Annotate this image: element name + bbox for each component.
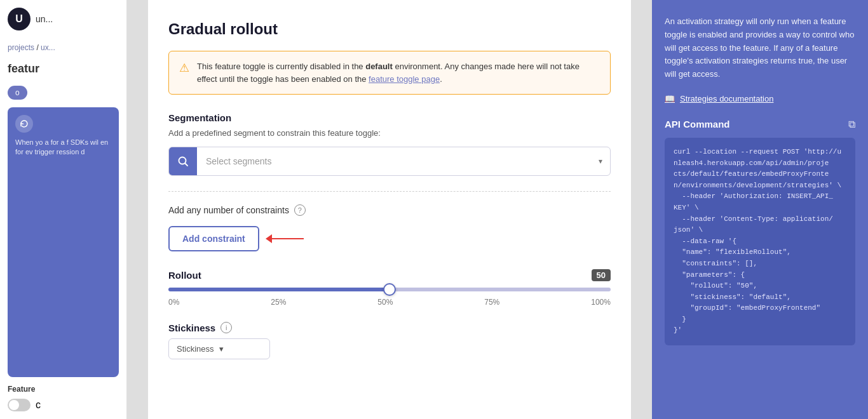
logo-icon: U	[8, 8, 31, 30]
rollout-label: Rollout	[168, 270, 201, 281]
add-constraint-button[interactable]: Add constraint	[168, 226, 259, 251]
book-icon: 📖	[665, 94, 675, 103]
strategies-doc-label: Strategies documentation	[680, 94, 773, 103]
stickiness-select-label: Stickiness	[177, 344, 214, 354]
sidebar-card: When yo a for a f SDKs wil en for ev tri…	[8, 107, 119, 377]
slider-label-25: 25%	[271, 298, 286, 307]
search-icon-bg	[169, 147, 197, 175]
stickiness-chevron-icon: ▾	[219, 344, 224, 354]
divider	[168, 191, 611, 192]
chevron-down-icon: ▾	[591, 157, 610, 166]
warning-text: This feature toggle is currently disable…	[197, 60, 600, 85]
feature-toggle-page-link[interactable]: feature toggle page	[369, 74, 440, 84]
modal-overlay: Gradual rollout ⚠ This feature toggle is…	[127, 0, 652, 419]
rollout-badge: 50	[592, 269, 611, 281]
sidebar: U un... projects / ux... featur o When y…	[0, 0, 127, 419]
breadcrumb: projects / ux...	[8, 43, 119, 52]
modal-panel: Gradual rollout ⚠ This feature toggle is…	[148, 0, 631, 419]
feature-toggle-row: c	[8, 399, 119, 411]
breadcrumb-ux[interactable]: ux...	[41, 43, 55, 52]
slider-label-50: 50%	[377, 298, 393, 307]
stickiness-label: Stickiness	[168, 323, 215, 333]
sidebar-tabs: o	[8, 86, 119, 100]
slider-labels: 0% 25% 50% 75% 100%	[168, 298, 611, 307]
breadcrumb-projects[interactable]: projects	[8, 43, 34, 52]
modal-title: Gradual rollout	[168, 20, 611, 38]
stickiness-section: Stickiness i Stickiness ▾	[168, 322, 611, 359]
arrow-indicator	[266, 234, 304, 243]
help-icon[interactable]: ?	[294, 204, 306, 216]
strategies-doc-link[interactable]: 📖 Strategies documentation	[665, 94, 855, 103]
segment-select[interactable]: Select segments	[197, 150, 591, 173]
arrow-line	[272, 238, 304, 239]
warning-icon: ⚠	[179, 61, 189, 75]
app-name: un...	[36, 14, 53, 24]
slider-label-0: 0%	[168, 298, 179, 307]
slider-label-100: 100%	[591, 298, 611, 307]
api-command-title: API Command	[665, 119, 730, 130]
stickiness-select-wrapper[interactable]: Stickiness ▾	[168, 338, 270, 359]
stickiness-header: Stickiness i	[168, 322, 611, 333]
copy-icon[interactable]: ⧉	[848, 119, 855, 130]
toggle-label: c	[36, 399, 41, 411]
refresh-icon	[15, 115, 33, 133]
rollout-slider-container	[168, 288, 611, 291]
constraints-label: Add any number of constraints	[168, 205, 289, 215]
segmentation-desc: Add a predefined segment to constrain th…	[168, 128, 611, 138]
api-code-block: curl --location --request POST 'http://u…	[665, 138, 855, 345]
feature-toggle[interactable]	[8, 399, 31, 411]
warning-banner: ⚠ This feature toggle is currently disab…	[168, 51, 611, 95]
feature-title: featur	[8, 62, 119, 76]
stickiness-help-icon[interactable]: i	[220, 322, 232, 333]
add-constraint-wrapper: Add constraint	[168, 226, 259, 251]
arrow-head	[266, 234, 272, 243]
sidebar-card-text: When yo a for a f SDKs wil en for ev tri…	[15, 138, 111, 157]
api-command-header: API Command ⧉	[665, 119, 855, 130]
segment-select-wrapper[interactable]: Select segments ▾	[168, 147, 611, 176]
rollout-section: Rollout 50 0% 25% 50% 75% 100%	[168, 269, 611, 307]
rollout-header: Rollout 50	[168, 269, 611, 281]
constraints-header: Add any number of constraints ?	[168, 204, 611, 216]
segmentation-title: Segmentation	[168, 112, 611, 123]
right-panel-description: An activation strategy will only run whe…	[665, 15, 855, 81]
slider-label-75: 75%	[484, 298, 499, 307]
sidebar-tab-overview[interactable]: o	[8, 86, 27, 100]
svg-point-0	[179, 157, 186, 164]
logo-area: U un...	[8, 8, 119, 30]
feature-section-label: Feature	[8, 385, 119, 394]
right-panel: An activation strategy will only run whe…	[652, 0, 868, 419]
